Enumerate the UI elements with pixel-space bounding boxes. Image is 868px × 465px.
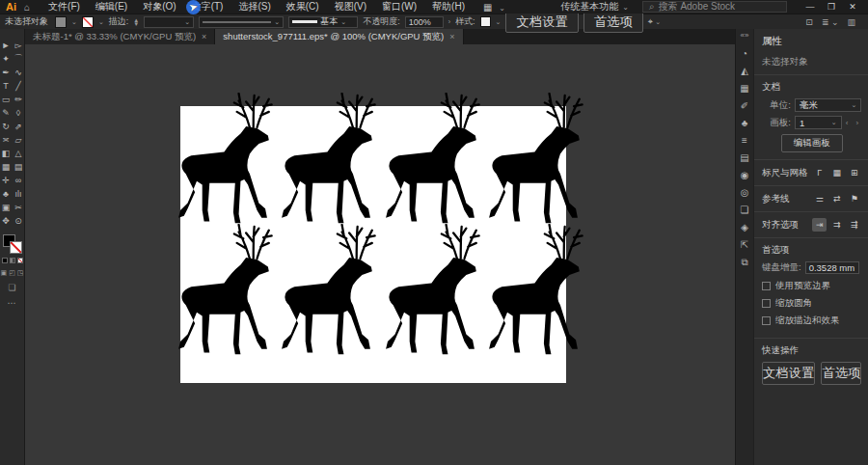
eyedropper-tool[interactable]: ✛ (0, 174, 12, 186)
edit-toolbar-icon[interactable]: ⋯ (8, 298, 17, 308)
keyboard-increment-field[interactable]: 0.3528 mm (805, 261, 859, 274)
adobe-stock-search[interactable]: ⌕ 搜索 Adobe Stock (642, 1, 787, 13)
shape-builder-tool[interactable]: ◧ (0, 147, 12, 159)
chevron-down-icon[interactable]: ⌄ (98, 18, 104, 26)
perspective-grid-tool[interactable]: △ (13, 147, 24, 159)
slice-tool[interactable]: ✂ (13, 201, 24, 213)
stroke-weight-stepper[interactable]: ▲▼ (133, 18, 139, 26)
symbol-sprayer-tool[interactable]: ♣ (0, 187, 12, 200)
eraser-tool[interactable]: ◊ (13, 106, 24, 119)
column-graph-tool[interactable]: ılı (13, 187, 24, 200)
artboards-panel-icon[interactable]: ⧉ (736, 254, 753, 270)
rectangle-tool[interactable]: ▭ (0, 93, 12, 105)
draw-mode-icon[interactable]: ▣ (1, 269, 8, 277)
artboard-dropdown[interactable]: 1⌄ (795, 116, 842, 129)
curvature-tool[interactable]: ∿ (13, 66, 24, 78)
menu-item[interactable]: 效果(C) (280, 0, 326, 14)
minimize-button[interactable]: — (800, 2, 820, 12)
menu-item[interactable]: 选择(S) (231, 0, 277, 14)
variable-width-profile-dropdown[interactable]: ⌄ (199, 16, 284, 28)
stroke-weight-dropdown[interactable]: ⌄ (144, 16, 194, 28)
type-tool[interactable]: T (0, 79, 12, 92)
opacity-value[interactable]: 100% (405, 16, 444, 28)
stroke-panel-icon[interactable]: ≡ (736, 132, 753, 149)
document-setup-button[interactable]: 文档设置 (505, 12, 578, 33)
selection-tool[interactable]: ► (0, 39, 12, 51)
lasso-tool[interactable]: ⌒ (13, 52, 24, 65)
menu-item[interactable]: 视图(V) (328, 0, 373, 14)
document-setup-button[interactable]: 文档设置 (762, 362, 815, 385)
close-button[interactable]: ✕ (843, 2, 862, 12)
close-icon[interactable]: × (202, 32, 206, 41)
checkbox[interactable] (762, 316, 771, 325)
select-similar-icon[interactable]: ⌖ ⌄ (648, 16, 661, 27)
line-segment-tool[interactable]: ╱ (13, 79, 24, 92)
document-tab[interactable]: shutterstock_977111.eps* @ 100% (CMYK/GP… (215, 29, 463, 44)
snap-option-icon[interactable]: ⇥ (812, 218, 827, 232)
menu-item[interactable]: 窗口(W) (375, 0, 423, 14)
menu-item[interactable]: 文字(T) (185, 0, 231, 14)
transparency-panel-icon[interactable]: ◉ (736, 167, 753, 183)
color-button[interactable] (2, 258, 8, 263)
gradient-tool[interactable]: ▤ (13, 160, 24, 173)
workspace-switcher[interactable]: 传统基本功能⌄ (560, 0, 629, 14)
units-dropdown[interactable]: 毫米⌄ (795, 98, 861, 112)
graphic-styles-panel-icon[interactable]: ❏ (736, 202, 753, 218)
menu-item[interactable]: 文件(F) (41, 0, 87, 14)
close-icon[interactable]: × (449, 32, 454, 41)
stroke-color-swatch[interactable] (82, 16, 94, 28)
pencil-tool[interactable]: ✎ (0, 106, 12, 119)
appearance-panel-icon[interactable]: ◎ (736, 184, 753, 201)
magic-wand-tool[interactable]: ✦ (0, 52, 12, 65)
brushes-panel-icon[interactable]: ✐ (736, 97, 753, 114)
checkbox[interactable] (762, 282, 771, 290)
symbols-panel-icon[interactable]: ♣ (736, 115, 753, 131)
scale-tool[interactable]: ⇗ (13, 120, 24, 132)
none-button[interactable] (17, 258, 23, 263)
panel-dock-icon[interactable]: ▥ (847, 17, 855, 27)
paintbrush-tool[interactable]: ✏ (13, 93, 24, 105)
artboard-tool[interactable]: ▣ (0, 201, 12, 213)
preferences-button[interactable]: 首选项 (821, 362, 861, 385)
ruler-icon[interactable]: Γ (812, 166, 827, 179)
restore-button[interactable]: ❐ (822, 2, 841, 12)
fill-color-swatch[interactable] (55, 16, 67, 28)
menu-item[interactable]: 对象(O) (136, 0, 182, 14)
artboard-nav-arrows[interactable]: ‹ › (846, 119, 862, 127)
edit-artboards-button[interactable]: 编辑画板 (781, 134, 843, 152)
canvas[interactable] (25, 44, 735, 465)
zoom-tool[interactable]: ⊙ (13, 214, 24, 227)
arrange-documents-icon[interactable]: ⊡ (805, 17, 813, 27)
rotate-tool[interactable]: ↻ (0, 120, 12, 132)
layers-panel-icon[interactable]: ◈ (736, 219, 753, 235)
draw-mode-icon[interactable]: ◳ (17, 269, 24, 277)
blend-tool[interactable]: ∞ (13, 174, 24, 186)
show-guides-icon[interactable]: ⚌ (812, 192, 827, 205)
direct-selection-tool[interactable]: ▻ (13, 39, 24, 51)
swatches-panel-icon[interactable]: ▦ (736, 80, 753, 96)
pen-tool[interactable]: ✒ (0, 66, 12, 78)
opacity-panel-chevron[interactable]: › (448, 18, 450, 25)
free-transform-tool[interactable]: ▱ (13, 133, 24, 146)
mesh-tool[interactable]: ▦ (0, 160, 12, 173)
home-icon[interactable]: ⌂ (24, 2, 30, 13)
fill-stroke-indicator[interactable] (3, 234, 22, 254)
graphic-style-swatch[interactable] (480, 16, 491, 27)
snap-option-icon[interactable]: ⇉ (829, 218, 844, 232)
grid-icon[interactable]: ▦ (829, 166, 844, 179)
chevron-down-icon[interactable]: ⌄ (71, 18, 77, 26)
hand-tool[interactable]: ✥ (0, 214, 12, 227)
document-tab[interactable]: 未标题-1* @ 33.33% (CMYK/GPU 预览) × (25, 29, 215, 44)
chevron-down-icon[interactable]: ⌄ (496, 18, 502, 26)
gradient-panel-icon[interactable]: ▤ (736, 150, 753, 166)
asset-export-panel-icon[interactable]: ⇱ (736, 236, 753, 253)
checkbox[interactable] (762, 299, 771, 308)
menu-item[interactable]: 编辑(E) (89, 0, 134, 14)
draw-mode-icon[interactable]: ◰ (9, 269, 15, 277)
brush-definition-dropdown[interactable]: 基本⌄ (288, 16, 358, 28)
color-panel-icon[interactable]: ◔ (736, 45, 753, 62)
color-guide-panel-icon[interactable]: ◭ (736, 63, 753, 79)
expand-panels-icon[interactable]: «» (741, 31, 749, 40)
snap-option-icon[interactable]: ⇶ (847, 218, 861, 232)
lock-guides-icon[interactable]: ⇄ (829, 192, 844, 205)
